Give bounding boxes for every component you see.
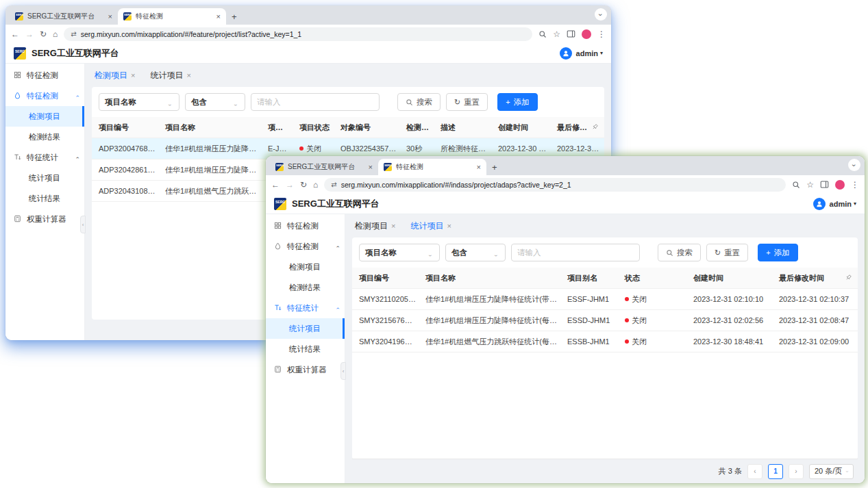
page-size-select[interactable]: 20 条/页 › (809, 464, 854, 479)
filter-bar: 项目名称 › 包含 › 搜索 ↻ 重置 (92, 87, 604, 117)
filter-field-select[interactable]: 项目名称 › (99, 93, 179, 111)
sidebar-item-feature-detect-root[interactable]: 特征检测 (5, 65, 84, 86)
search-button[interactable]: 搜索 (397, 93, 441, 111)
sidebar-group-feature-detect[interactable]: 特征检测 › (5, 86, 84, 106)
search-icon (666, 249, 673, 257)
add-button[interactable]: + 添加 (497, 93, 537, 111)
new-tab-button[interactable]: + (492, 162, 497, 175)
browser-profile-avatar[interactable] (835, 180, 845, 190)
filter-operator-select[interactable]: 包含 › (445, 244, 506, 261)
tab-search-chevron-icon[interactable]: › (595, 8, 607, 21)
sidebar-item-stat-result[interactable]: 统计结果 (5, 188, 84, 209)
pin-icon[interactable] (845, 274, 852, 281)
close-icon[interactable]: × (186, 71, 190, 79)
home-icon[interactable]: ⌂ (53, 30, 58, 38)
table-row[interactable]: SMY3204196400008 佳华1#机组燃气压力跳跃特征统计(每日) ES… (352, 331, 858, 352)
tab-close-icon[interactable]: × (477, 164, 481, 171)
add-button[interactable]: + 添加 (758, 244, 797, 261)
tab-search-chevron-icon[interactable]: › (848, 159, 860, 171)
next-page-button[interactable]: › (789, 464, 804, 479)
sidebar-collapse-handle[interactable]: ‹ (80, 216, 86, 233)
status-badge: 关闭 (618, 289, 686, 309)
page-tab-detect-project[interactable]: 检测项目 × (95, 70, 135, 81)
more-menu-icon[interactable]: ⋮ (597, 30, 606, 38)
new-tab-button[interactable]: + (232, 12, 237, 25)
page-tab-stat-project[interactable]: 统计项目 × (410, 220, 451, 232)
browser-tab-strip: SERG工业互联网平台 × 特征检测 × + › (5, 5, 611, 25)
prev-page-button[interactable]: ‹ (747, 464, 762, 479)
bookmark-star-icon[interactable]: ☆ (553, 30, 560, 38)
sidebar-item-detect-result[interactable]: 检测结果 (266, 277, 345, 298)
browser-tab-feature-detect[interactable]: 特征检测 × (378, 159, 486, 175)
search-button[interactable]: 搜索 (658, 244, 701, 261)
close-icon[interactable]: × (391, 222, 395, 230)
back-icon[interactable]: ← (11, 30, 19, 38)
browser-tab-title: SERG工业互联网平台 (27, 12, 104, 21)
tab-close-icon[interactable]: × (216, 13, 221, 21)
browser-profile-avatar[interactable] (582, 29, 591, 39)
filter-operator-select[interactable]: 包含 › (185, 93, 245, 111)
sidebar-group-feature-stat[interactable]: 特征统计 › (266, 298, 345, 318)
table-row[interactable]: SMY3211020500010 佳华1#机组增压压力陡降特征统计(带关联) E… (352, 289, 858, 310)
close-icon[interactable]: × (447, 222, 451, 230)
username[interactable]: admin (576, 49, 598, 57)
user-avatar-icon[interactable] (813, 198, 826, 210)
user-menu-caret-icon[interactable]: ▾ (854, 201, 856, 207)
reset-button[interactable]: ↻ 重置 (446, 93, 488, 111)
sidebar-collapse-handle[interactable]: ‹ (340, 362, 346, 380)
browser-tab-feature-detect[interactable]: 特征检测 × (118, 8, 226, 25)
sidebar-item-weight-calculator[interactable]: 权重计算器 (5, 209, 84, 229)
reload-icon[interactable]: ↻ (40, 30, 47, 38)
tab-close-icon[interactable]: × (369, 164, 373, 171)
sidebar-item-stat-project[interactable]: 统计项目 (266, 318, 345, 339)
user-menu-caret-icon[interactable]: ▾ (600, 50, 603, 56)
toolbar-right-icons: ☆ ⋮ (538, 29, 606, 39)
home-icon[interactable]: ⌂ (313, 181, 318, 189)
sidebar-item-weight-calculator[interactable]: 权重计算器 (266, 359, 345, 380)
status-dot-icon (625, 297, 629, 301)
app-header: SERG工业互联网平台 admin ▾ (266, 194, 865, 214)
address-bar[interactable]: ⇄ serg.mixyun.com/mixapplication/#/featu… (64, 27, 532, 41)
zoom-icon[interactable] (538, 30, 547, 38)
sidebar-item-detect-project[interactable]: 检测项目 (266, 257, 345, 277)
browser-tab-title: 特征检测 (136, 12, 212, 21)
forward-icon[interactable]: → (286, 181, 294, 189)
filter-value-input[interactable] (511, 244, 640, 261)
filter-field-select[interactable]: 项目名称 › (359, 244, 440, 261)
sidebar-item-detect-project[interactable]: 检测项目 (5, 106, 84, 127)
reload-icon: ↻ (454, 99, 460, 106)
back-icon[interactable]: ← (271, 181, 280, 189)
tab-close-icon[interactable]: × (108, 13, 112, 21)
reload-icon[interactable]: ↻ (300, 181, 307, 189)
page-tab-detect-project[interactable]: 检测项目 × (355, 220, 395, 232)
username[interactable]: admin (830, 200, 852, 208)
forward-icon[interactable]: → (25, 30, 34, 38)
reset-button[interactable]: ↻ 重置 (706, 244, 748, 261)
page-number[interactable]: 1 (768, 464, 783, 479)
pagination-bar: 共 3 条 ‹ 1 › 20 条/页 › (352, 459, 858, 483)
browser-tab-platform[interactable]: SERG工业互联网平台 × (10, 8, 118, 25)
page-tab-stat-project[interactable]: 统计项目 × (150, 70, 190, 81)
sidebar-item-stat-project[interactable]: 统计项目 (5, 168, 84, 188)
browser-window-stat-projects: SERG工业互联网平台 × 特征检测 × + › ← → ↻ ⌂ ⇄ serg.… (266, 156, 865, 483)
sidebar-item-detect-result[interactable]: 检测结果 (5, 127, 84, 147)
chevron-down-icon: › (493, 249, 499, 257)
more-menu-icon[interactable]: ⋮ (851, 181, 859, 189)
app-title: SERG工业互联网平台 (292, 198, 380, 210)
address-bar[interactable]: ⇄ serg.mixyun.com/mixapplication/#/indas… (324, 178, 786, 192)
chevron-down-icon: › (845, 470, 850, 472)
side-panel-icon[interactable] (567, 29, 575, 38)
status-badge: 关闭 (618, 331, 686, 352)
side-panel-icon[interactable] (820, 180, 829, 189)
browser-tab-platform[interactable]: SERG工业互联网平台 × (270, 159, 378, 175)
close-icon[interactable]: × (131, 71, 135, 79)
zoom-icon[interactable] (792, 181, 800, 189)
filter-value-input[interactable] (251, 93, 380, 111)
sidebar-group-feature-stat[interactable]: 特征统计 › (5, 147, 84, 168)
bookmark-star-icon[interactable]: ☆ (806, 181, 814, 189)
sidebar-item-stat-result[interactable]: 统计结果 (266, 339, 345, 359)
sidebar-group-feature-detect[interactable]: 特征检测 › (266, 236, 345, 257)
user-avatar-icon[interactable] (560, 47, 572, 60)
sidebar-item-feature-detect-root[interactable]: 特征检测 (266, 216, 345, 236)
table-row[interactable]: SMY3215676800009 佳华1#机组增压压力陡降特征统计(每日) ES… (352, 310, 858, 331)
